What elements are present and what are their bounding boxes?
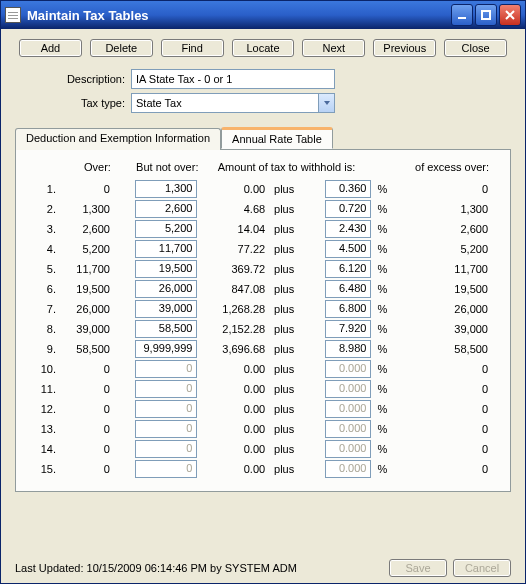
- row-index: 14.: [36, 439, 62, 459]
- row-index: 1.: [36, 179, 62, 199]
- row-index: 3.: [36, 219, 62, 239]
- plus-label: plus: [267, 219, 301, 239]
- excess-value: 0: [389, 379, 490, 399]
- table-row: 7.26,00039,0001,268.28plus6.800%26,000: [36, 299, 490, 319]
- rate-input[interactable]: 0.000: [325, 440, 371, 458]
- rate-input[interactable]: 2.430: [325, 220, 371, 238]
- rate-input[interactable]: 8.980: [325, 340, 371, 358]
- plus-label: plus: [267, 299, 301, 319]
- rate-input[interactable]: 6.800: [325, 300, 371, 318]
- tab-deduction-exemption[interactable]: Deduction and Exemption Information: [15, 128, 221, 150]
- row-index: 12.: [36, 399, 62, 419]
- over-value: 0: [62, 419, 112, 439]
- save-button[interactable]: Save: [389, 559, 447, 577]
- rate-input[interactable]: 0.000: [325, 420, 371, 438]
- delete-button[interactable]: Delete: [90, 39, 153, 57]
- butnotover-input[interactable]: 1,300: [135, 180, 197, 198]
- window-close-button[interactable]: [499, 4, 521, 26]
- rate-input[interactable]: 7.920: [325, 320, 371, 338]
- table-row: 1.01,3000.00plus0.360%0: [36, 179, 490, 199]
- next-button[interactable]: Next: [302, 39, 365, 57]
- excess-value: 5,200: [389, 239, 490, 259]
- rate-input[interactable]: 0.000: [325, 360, 371, 378]
- titlebar: Maintain Tax Tables: [1, 1, 525, 29]
- window-maximize-button[interactable]: [475, 4, 497, 26]
- app-icon: [5, 7, 21, 23]
- toolbar: Add Delete Find Locate Next Previous Clo…: [1, 29, 525, 63]
- percent-label: %: [373, 359, 389, 379]
- table-row: 14.000.00plus0.000%0: [36, 439, 490, 459]
- plus-label: plus: [267, 339, 301, 359]
- butnotover-input[interactable]: 0: [135, 360, 197, 378]
- butnotover-input[interactable]: 0: [135, 440, 197, 458]
- percent-label: %: [373, 459, 389, 479]
- butnotover-input[interactable]: 58,500: [135, 320, 197, 338]
- find-button[interactable]: Find: [161, 39, 224, 57]
- butnotover-input[interactable]: 39,000: [135, 300, 197, 318]
- over-value: 0: [62, 179, 112, 199]
- row-index: 4.: [36, 239, 62, 259]
- over-value: 2,600: [62, 219, 112, 239]
- excess-value: 0: [389, 419, 490, 439]
- excess-value: 0: [389, 359, 490, 379]
- percent-label: %: [373, 179, 389, 199]
- butnotover-input[interactable]: 0: [135, 420, 197, 438]
- header-amount: Amount of tax to withhold is:: [199, 160, 373, 179]
- description-label: Description:: [45, 73, 131, 85]
- plus-label: plus: [267, 439, 301, 459]
- butnotover-input[interactable]: 11,700: [135, 240, 197, 258]
- butnotover-input[interactable]: 26,000: [135, 280, 197, 298]
- excess-value: 0: [389, 439, 490, 459]
- excess-value: 58,500: [389, 339, 490, 359]
- percent-label: %: [373, 199, 389, 219]
- over-value: 39,000: [62, 319, 112, 339]
- plus-label: plus: [267, 199, 301, 219]
- cancel-button[interactable]: Cancel: [453, 559, 511, 577]
- taxtype-select[interactable]: State Tax: [131, 93, 335, 113]
- rate-input[interactable]: 0.000: [325, 380, 371, 398]
- add-button[interactable]: Add: [19, 39, 82, 57]
- butnotover-input[interactable]: 0: [135, 400, 197, 418]
- amount-value: 847.08: [199, 279, 267, 299]
- excess-value: 0: [389, 179, 490, 199]
- plus-label: plus: [267, 179, 301, 199]
- over-value: 5,200: [62, 239, 112, 259]
- rate-input[interactable]: 4.500: [325, 240, 371, 258]
- rate-input[interactable]: 0.720: [325, 200, 371, 218]
- butnotover-input[interactable]: 2,600: [135, 200, 197, 218]
- butnotover-input[interactable]: 0: [135, 460, 197, 478]
- excess-value: 11,700: [389, 259, 490, 279]
- rate-input[interactable]: 6.120: [325, 260, 371, 278]
- tab-annual-rate-table[interactable]: Annual Rate Table: [221, 127, 333, 149]
- locate-button[interactable]: Locate: [232, 39, 295, 57]
- amount-value: 0.00: [199, 439, 267, 459]
- previous-button[interactable]: Previous: [373, 39, 436, 57]
- butnotover-input[interactable]: 0: [135, 380, 197, 398]
- amount-value: 369.72: [199, 259, 267, 279]
- percent-label: %: [373, 339, 389, 359]
- rate-input[interactable]: 0.000: [325, 400, 371, 418]
- rate-input[interactable]: 0.360: [325, 180, 371, 198]
- close-button[interactable]: Close: [444, 39, 507, 57]
- row-index: 6.: [36, 279, 62, 299]
- over-value: 58,500: [62, 339, 112, 359]
- amount-value: 0.00: [199, 379, 267, 399]
- status-text: Last Updated: 10/15/2009 06:14:46 PM by …: [15, 562, 389, 574]
- percent-label: %: [373, 439, 389, 459]
- rate-input[interactable]: 6.480: [325, 280, 371, 298]
- amount-value: 77.22: [199, 239, 267, 259]
- butnotover-input[interactable]: 19,500: [135, 260, 197, 278]
- over-value: 0: [62, 359, 112, 379]
- plus-label: plus: [267, 239, 301, 259]
- tabs: Deduction and Exemption Information Annu…: [15, 127, 511, 492]
- svg-rect-1: [482, 11, 490, 19]
- butnotover-input[interactable]: 5,200: [135, 220, 197, 238]
- table-row: 13.000.00plus0.000%0: [36, 419, 490, 439]
- percent-label: %: [373, 259, 389, 279]
- percent-label: %: [373, 279, 389, 299]
- description-input[interactable]: [131, 69, 335, 89]
- excess-value: 1,300: [389, 199, 490, 219]
- rate-input[interactable]: 0.000: [325, 460, 371, 478]
- window-minimize-button[interactable]: [451, 4, 473, 26]
- butnotover-input[interactable]: 9,999,999: [135, 340, 197, 358]
